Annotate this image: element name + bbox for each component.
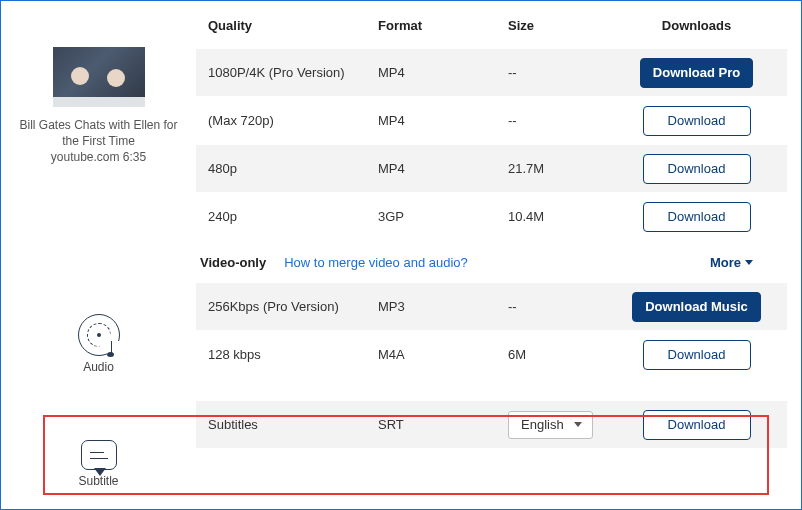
table-row: 1080P/4K (Pro Version) MP4 -- Download P… xyxy=(196,49,787,97)
subtitle-row: Subtitles SRT English Download xyxy=(196,401,787,449)
header-format: Format xyxy=(378,18,508,33)
cell-format: MP4 xyxy=(378,65,508,80)
cell-quality: 256Kbps (Pro Version) xyxy=(208,299,378,314)
app-frame: Bill Gates Chats with Ellen for the Firs… xyxy=(0,0,802,510)
download-button[interactable]: Download xyxy=(643,340,751,370)
video-source-line: youtube.com 6:35 xyxy=(11,149,186,165)
video-thumbnail[interactable] xyxy=(53,47,145,107)
more-toggle[interactable]: More xyxy=(710,255,783,270)
cell-size: 6M xyxy=(508,347,618,362)
download-button[interactable]: Download xyxy=(643,106,751,136)
subtitle-icon xyxy=(81,440,117,470)
table-header: Quality Format Size Downloads xyxy=(196,1,787,49)
video-only-bar: Video-only How to merge video and audio?… xyxy=(196,241,787,283)
header-size: Size xyxy=(508,18,618,33)
chevron-down-icon xyxy=(574,422,582,427)
sidebar: Bill Gates Chats with Ellen for the Firs… xyxy=(1,1,196,509)
content-area: Quality Format Size Downloads 1080P/4K (… xyxy=(196,1,801,509)
cell-size: -- xyxy=(508,299,618,314)
more-label: More xyxy=(710,255,741,270)
cell-format: MP3 xyxy=(378,299,508,314)
cell-size: 21.7M xyxy=(508,161,618,176)
header-downloads: Downloads xyxy=(618,18,775,33)
table-row: 480p MP4 21.7M Download xyxy=(196,145,787,193)
cell-size: -- xyxy=(508,65,618,80)
subtitle-language-selected: English xyxy=(521,417,564,432)
cell-format: MP4 xyxy=(378,161,508,176)
audio-label: Audio xyxy=(83,360,114,374)
cell-quality: 240p xyxy=(208,209,378,224)
video-only-title: Video-only xyxy=(200,255,266,270)
cell-format: M4A xyxy=(378,347,508,362)
chevron-down-icon xyxy=(745,260,753,265)
table-row: (Max 720p) MP4 -- Download xyxy=(196,97,787,145)
download-button[interactable]: Download xyxy=(643,154,751,184)
video-meta: Bill Gates Chats with Ellen for the Firs… xyxy=(1,117,196,166)
cell-quality: (Max 720p) xyxy=(208,113,378,128)
header-quality: Quality xyxy=(208,18,378,33)
table-row: 128 kbps M4A 6M Download xyxy=(196,331,787,379)
cell-size: 10.4M xyxy=(508,209,618,224)
video-title: Bill Gates Chats with Ellen for the Firs… xyxy=(11,117,186,149)
subtitle-language-select[interactable]: English xyxy=(508,411,593,439)
merge-help-link[interactable]: How to merge video and audio? xyxy=(284,255,468,270)
cell-quality: 480p xyxy=(208,161,378,176)
cell-format: SRT xyxy=(378,417,508,432)
audio-icon xyxy=(78,314,120,356)
download-pro-button[interactable]: Download Pro xyxy=(640,58,753,88)
sidebar-item-subtitle: Subtitle xyxy=(78,440,118,488)
download-button[interactable]: Download xyxy=(643,410,751,440)
table-row: 240p 3GP 10.4M Download xyxy=(196,193,787,241)
table-row: 256Kbps (Pro Version) MP3 -- Download Mu… xyxy=(196,283,787,331)
download-button[interactable]: Download xyxy=(643,202,751,232)
cell-format: 3GP xyxy=(378,209,508,224)
cell-quality: 128 kbps xyxy=(208,347,378,362)
cell-quality: 1080P/4K (Pro Version) xyxy=(208,65,378,80)
sidebar-item-audio: Audio xyxy=(78,314,120,374)
download-music-button[interactable]: Download Music xyxy=(632,292,761,322)
cell-quality: Subtitles xyxy=(208,417,378,432)
cell-format: MP4 xyxy=(378,113,508,128)
cell-size: -- xyxy=(508,113,618,128)
